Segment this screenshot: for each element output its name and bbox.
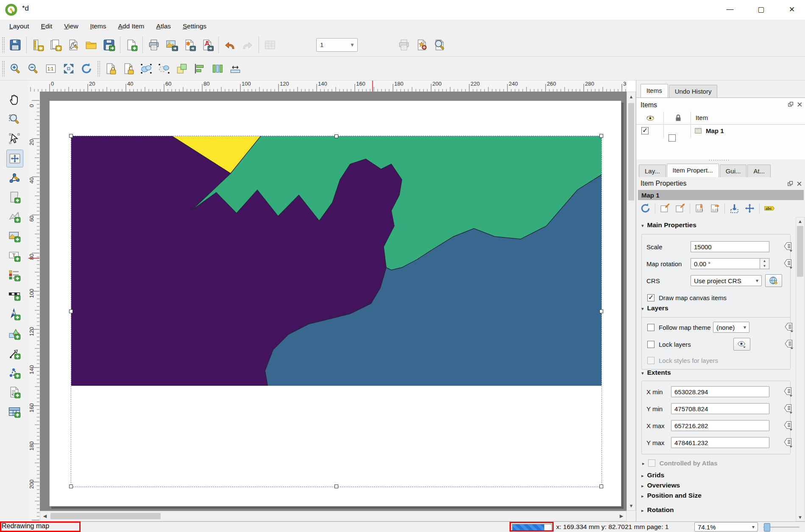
tab-undo-history[interactable]: Undo History: [669, 85, 718, 97]
draw-map-canvas-items-checkbox[interactable]: [647, 294, 655, 301]
new-layout-button[interactable]: [29, 35, 47, 55]
ymin-override-button[interactable]: [783, 403, 794, 414]
add-table-tool[interactable]: [6, 403, 22, 420]
layout-manager-button[interactable]: [64, 35, 82, 55]
follow-map-theme-checkbox[interactable]: [647, 324, 655, 331]
xmin-override-button[interactable]: [783, 386, 794, 397]
splitter-handle[interactable]: [708, 159, 730, 161]
float-panel-icon[interactable]: [787, 181, 794, 187]
menu-layout[interactable]: Layout: [3, 21, 35, 32]
float-panel-icon[interactable]: [788, 101, 794, 108]
move-item-content-tool[interactable]: [6, 150, 23, 167]
ungroup-items-button[interactable]: [155, 59, 173, 78]
theme-override-button[interactable]: [784, 322, 795, 333]
zoom-to-page-button[interactable]: [431, 35, 448, 55]
zoom-full-button[interactable]: [60, 59, 78, 78]
xmax-input[interactable]: 657216.282: [671, 420, 769, 431]
ymax-override-button[interactable]: [783, 437, 794, 448]
tab-gui[interactable]: Gui...: [720, 164, 747, 177]
scale-override-button[interactable]: [783, 241, 794, 252]
scroll-up-icon[interactable]: ▲: [627, 93, 635, 100]
scroll-down-icon[interactable]: ▼: [627, 502, 635, 510]
labeling-settings-button[interactable]: abc: [763, 203, 775, 214]
distribute-items-button[interactable]: [209, 59, 226, 78]
canvas-vertical-scrollbar[interactable]: ▲ ▼: [627, 92, 636, 511]
lock-layers-checkbox[interactable]: [647, 341, 655, 348]
maximize-button[interactable]: ▢: [748, 0, 774, 19]
zoom-slider-handle[interactable]: [764, 523, 770, 532]
scroll-left-icon[interactable]: ◀: [41, 511, 49, 521]
export-pdf-button[interactable]: [198, 35, 216, 55]
xmax-override-button[interactable]: [783, 420, 794, 431]
add-scalebar-tool[interactable]: [6, 286, 22, 303]
atlas-page-combo[interactable]: 1▼: [316, 38, 358, 52]
zoom-tool[interactable]: [6, 111, 22, 128]
zoom-out-button[interactable]: [24, 59, 42, 78]
ymax-input[interactable]: 478461.232: [671, 437, 769, 448]
item-visible-checkbox[interactable]: [641, 127, 649, 134]
refresh-preview-button[interactable]: [640, 203, 651, 214]
add-pages-button[interactable]: [123, 35, 140, 55]
rotation-spinner[interactable]: ▲▼: [760, 258, 769, 269]
add-legend-tool[interactable]: [6, 267, 22, 284]
refresh-view-button[interactable]: [78, 59, 95, 78]
export-image-button[interactable]: [163, 35, 181, 55]
map-theme-combo[interactable]: (none): [713, 322, 749, 333]
handle-bottom-left[interactable]: [69, 485, 73, 488]
save-template-button[interactable]: [100, 35, 118, 55]
scroll-right-icon[interactable]: ▶: [618, 511, 625, 521]
section-layers[interactable]: Layers: [641, 304, 669, 312]
add-node-item-tool[interactable]: [6, 364, 22, 381]
unlock-items-button[interactable]: [120, 59, 137, 78]
properties-scrollbar[interactable]: ▲ ▼: [796, 217, 805, 521]
lock-layers-override-button[interactable]: [784, 339, 795, 350]
export-svg-button[interactable]: [181, 35, 198, 55]
section-overviews[interactable]: Overviews: [641, 482, 680, 489]
close-button[interactable]: ✕: [779, 0, 805, 19]
align-items-button[interactable]: [191, 59, 209, 78]
atlas-settings-button[interactable]: [413, 35, 431, 55]
add-picture-tool[interactable]: [6, 228, 22, 245]
handle-mid-left[interactable]: [69, 309, 73, 313]
scroll-down-icon[interactable]: ▼: [796, 514, 804, 520]
move-map-content-button[interactable]: [744, 203, 755, 214]
add-label-tool[interactable]: T: [6, 247, 22, 264]
menu-view[interactable]: View: [58, 21, 84, 32]
add-3d-map-tool[interactable]: [6, 208, 22, 225]
section-main-properties[interactable]: Main Properties: [641, 221, 696, 229]
crs-combo[interactable]: Use project CRS: [691, 275, 762, 286]
add-arrow-tool[interactable]: [6, 345, 22, 362]
visibility-presets-button[interactable]: [733, 338, 750, 351]
close-panel-icon[interactable]: [796, 181, 802, 187]
handle-top-right[interactable]: [599, 134, 603, 138]
tab-lay[interactable]: Lay...: [639, 164, 666, 177]
handle-top-mid[interactable]: [334, 134, 338, 138]
load-template-button[interactable]: [82, 35, 100, 55]
resize-items-button[interactable]: [226, 59, 244, 78]
zoom-level-combo[interactable]: 74.1%: [694, 522, 758, 532]
rotation-override-button[interactable]: [783, 258, 794, 269]
handle-bottom-right[interactable]: [599, 485, 603, 488]
zoom-in-button[interactable]: [6, 59, 24, 78]
view-scale-in-canvas-button[interactable]: 1:23: [709, 203, 721, 214]
handle-top-left[interactable]: [69, 134, 73, 138]
canvas-horizontal-scrollbar[interactable]: ◀ ▶: [40, 511, 627, 521]
menu-atlas[interactable]: Atlas: [150, 21, 177, 32]
set-map-scale-button[interactable]: 1:23: [694, 203, 705, 214]
raise-items-button[interactable]: [173, 59, 191, 78]
zoom-actual-button[interactable]: 1:1: [42, 59, 60, 78]
section-position-and-size[interactable]: Position and Size: [641, 492, 702, 499]
print-layout-button[interactable]: [145, 35, 163, 55]
handle-mid-right[interactable]: [599, 309, 603, 313]
scroll-up-icon[interactable]: ▲: [796, 218, 804, 224]
add-north-arrow-tool[interactable]: N: [6, 306, 22, 323]
duplicate-layout-button[interactable]: [47, 35, 64, 55]
tab-items[interactable]: Items: [641, 84, 668, 97]
section-controlled-by-atlas[interactable]: [642, 459, 648, 467]
add-html-tool[interactable]: </>: [6, 384, 22, 401]
menu-items[interactable]: Items: [84, 21, 112, 32]
menu-add-item[interactable]: Add Item: [112, 21, 150, 32]
lock-items-button[interactable]: [102, 59, 120, 78]
item-lock-checkbox[interactable]: [669, 134, 676, 142]
section-grids[interactable]: Grids: [641, 471, 664, 479]
